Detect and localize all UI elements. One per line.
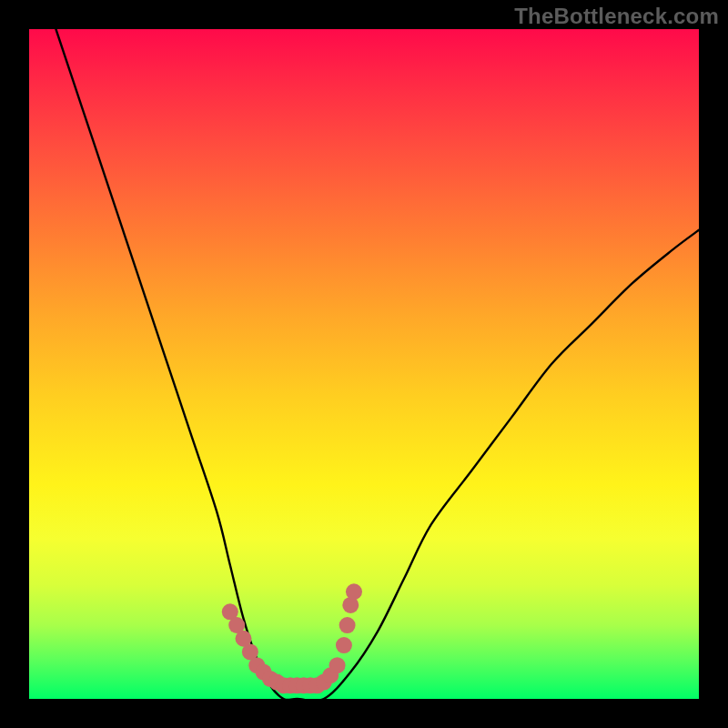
dot [339, 617, 356, 633]
dot [329, 657, 346, 673]
chart-frame: TheBottleneck.com [0, 0, 728, 728]
plot-area [29, 29, 699, 699]
dot [346, 583, 362, 600]
dot [336, 637, 352, 653]
curve-layer [29, 29, 699, 699]
dot-cluster [222, 583, 362, 693]
watermark-text: TheBottleneck.com [514, 4, 719, 29]
bottleneck-curve [56, 29, 699, 699]
